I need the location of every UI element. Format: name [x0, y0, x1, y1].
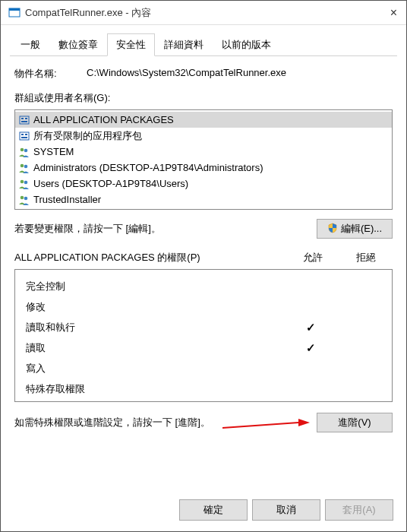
groups-label: 群組或使用者名稱(G): — [10, 91, 397, 105]
svg-line-18 — [222, 423, 298, 428]
permission-row: 寫入 — [26, 358, 381, 378]
deny-column-header: 拒絕 — [339, 251, 393, 264]
svg-rect-4 — [25, 118, 27, 119]
tab-previous-versions[interactable]: 以前的版本 — [213, 33, 280, 56]
list-item-label: 所有受限制的应用程序包 — [33, 129, 142, 143]
edit-button[interactable]: 編輯(E)... — [317, 219, 393, 239]
svg-rect-3 — [21, 118, 24, 119]
svg-point-15 — [24, 180, 28, 184]
edit-hint: 若要變更權限，請按一下 [編輯]。 — [14, 222, 161, 236]
permission-label: 寫入 — [26, 358, 287, 378]
advanced-hint: 如需特殊權限或進階設定，請按一下 [進階]。 — [14, 416, 210, 429]
edit-button-label: 編輯(E)... — [341, 223, 382, 234]
cancel-button[interactable]: 取消 — [252, 499, 320, 521]
advanced-button-label: 進階(V) — [338, 416, 371, 428]
app-icon — [8, 7, 21, 19]
list-item-label: ALL APPLICATION PACKAGES — [33, 113, 174, 127]
allow-cell: ✓ — [287, 317, 334, 337]
permission-row: 讀取和執行 ✓ — [26, 317, 381, 337]
allow-cell: ✓ — [287, 337, 334, 358]
shield-icon — [327, 223, 338, 236]
svg-point-12 — [21, 163, 24, 167]
titlebar: CompatTelRunner.exe - 內容 × — [1, 1, 406, 25]
permission-label: 修改 — [26, 296, 287, 317]
svg-rect-6 — [20, 132, 29, 140]
permissions-title: ALL APPLICATION PACKAGES 的權限(P) — [14, 251, 286, 264]
apply-button[interactable]: 套用(A) — [325, 499, 393, 521]
close-icon[interactable]: × — [390, 6, 397, 20]
permission-label: 讀取和執行 — [26, 317, 287, 337]
users-icon — [18, 178, 30, 190]
ok-button[interactable]: 確定 — [179, 499, 248, 521]
permission-label: 讀取 — [26, 337, 287, 358]
tab-bar: 一般 數位簽章 安全性 詳細資料 以前的版本 — [10, 33, 397, 56]
list-item[interactable]: ALL APPLICATION PACKAGES — [15, 112, 392, 128]
permission-row: 特殊存取權限 — [26, 378, 381, 399]
svg-point-13 — [24, 164, 28, 168]
list-item-label: TrustedInstaller — [33, 193, 101, 207]
users-icon — [18, 162, 30, 174]
list-item[interactable]: SYSTEM — [15, 144, 392, 160]
object-name-label: 物件名稱: — [14, 67, 87, 81]
tab-security[interactable]: 安全性 — [107, 33, 155, 56]
list-item-label: Administrators (DESKTOP-A1P9T84\Administ… — [33, 161, 263, 175]
svg-rect-7 — [21, 134, 24, 135]
list-item-label: SYSTEM — [33, 145, 74, 159]
svg-rect-9 — [21, 137, 27, 138]
users-icon — [18, 194, 30, 206]
object-name-value: C:\Windows\System32\CompatTelRunner.exe — [87, 67, 286, 81]
tab-details[interactable]: 詳細資料 — [155, 33, 213, 56]
list-item-label: Users (DESKTOP-A1P9T84\Users) — [33, 177, 188, 191]
permissions-header: ALL APPLICATION PACKAGES 的權限(P) 允許 拒絕 — [10, 251, 397, 264]
permission-label: 完全控制 — [26, 276, 287, 296]
svg-rect-8 — [25, 134, 27, 135]
svg-point-14 — [21, 179, 24, 183]
annotation-arrow — [222, 417, 314, 432]
tab-digital-signatures[interactable]: 數位簽章 — [49, 33, 107, 56]
package-icon — [18, 114, 30, 126]
tab-general[interactable]: 一般 — [11, 33, 49, 56]
svg-rect-2 — [20, 116, 29, 124]
dialog-footer: 確定 取消 套用(A) — [179, 499, 393, 521]
svg-point-17 — [24, 196, 28, 200]
permission-label: 特殊存取權限 — [26, 378, 287, 399]
svg-marker-19 — [298, 419, 310, 426]
list-item[interactable]: TrustedInstaller — [15, 192, 392, 207]
permissions-box: 完全控制 修改 讀取和執行 ✓ 讀取 ✓ 寫入 特殊存取權限 — [14, 269, 393, 402]
list-item[interactable]: 所有受限制的应用程序包 — [15, 128, 392, 144]
permission-row: 完全控制 — [26, 276, 381, 296]
svg-rect-1 — [9, 8, 20, 11]
allow-column-header: 允許 — [286, 251, 339, 264]
svg-point-10 — [21, 147, 24, 151]
list-item[interactable]: Administrators (DESKTOP-A1P9T84\Administ… — [15, 160, 392, 176]
permission-row: 讀取 ✓ — [26, 337, 381, 358]
svg-rect-5 — [21, 121, 27, 122]
groups-listbox[interactable]: ALL APPLICATION PACKAGES 所有受限制的应用程序包 SYS… — [14, 109, 393, 210]
window-title: CompatTelRunner.exe - 內容 — [25, 6, 151, 20]
svg-point-16 — [21, 195, 24, 199]
advanced-button[interactable]: 進階(V) — [317, 413, 393, 432]
permission-row: 修改 — [26, 296, 381, 317]
svg-point-11 — [24, 148, 28, 152]
list-item[interactable]: Users (DESKTOP-A1P9T84\Users) — [15, 176, 392, 192]
package-icon — [18, 130, 30, 142]
object-name-row: 物件名稱: C:\Windows\System32\CompatTelRunne… — [10, 67, 397, 81]
users-icon — [18, 146, 30, 158]
